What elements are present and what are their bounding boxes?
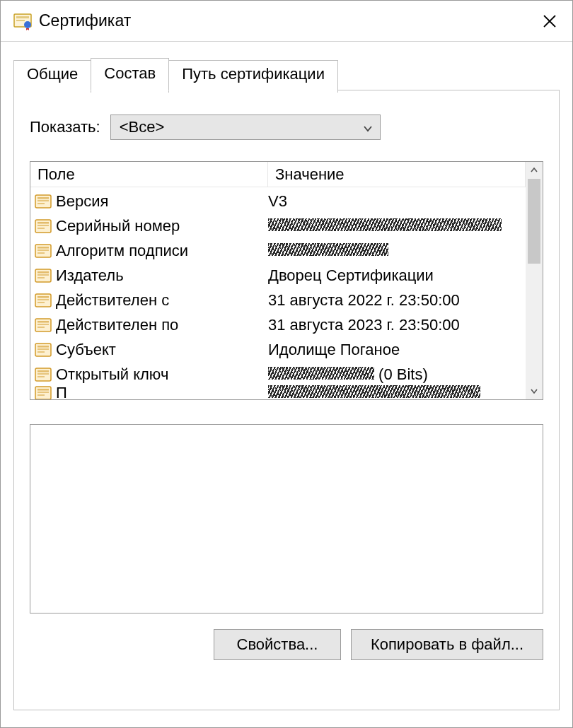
field-name-text: Открытый ключ: [56, 365, 168, 384]
svg-rect-17: [37, 252, 45, 254]
properties-button[interactable]: Свойства...: [214, 629, 341, 660]
redacted-value: [268, 218, 502, 231]
field-icon: [35, 342, 52, 358]
field-name-text: Издатель: [56, 266, 124, 285]
field-name-cell: П: [35, 384, 268, 399]
action-buttons: Свойства... Копировать в файл...: [30, 629, 543, 660]
field-name-text: Действителен с: [56, 291, 169, 310]
field-icon: [35, 268, 52, 283]
field-name-cell: Версия: [35, 192, 268, 211]
field-name-cell: Издатель: [35, 266, 268, 285]
field-row[interactable]: Действителен по31 августа 2023 г. 23:50:…: [30, 312, 526, 337]
column-header-value[interactable]: Значение: [268, 162, 526, 187]
svg-rect-28: [37, 324, 49, 325]
svg-rect-23: [37, 296, 49, 298]
field-value-suffix: (0 Bits): [374, 365, 428, 383]
field-name-text: Действителен по: [56, 316, 178, 334]
field-name-cell: Алгоритм подписи: [35, 242, 268, 260]
scroll-thumb[interactable]: [528, 179, 540, 264]
field-name-text: Версия: [56, 192, 108, 211]
field-row[interactable]: СубъектИдолище Поганое: [30, 337, 526, 362]
svg-rect-16: [37, 249, 49, 251]
chevron-down-icon: [363, 118, 373, 136]
field-value-cell: [268, 384, 526, 399]
certificate-icon: [13, 12, 32, 30]
svg-rect-20: [37, 274, 49, 276]
field-value-cell: Дворец Сертификации: [268, 266, 526, 285]
field-icon: [35, 243, 52, 259]
field-value-cell: V3: [268, 192, 526, 211]
field-icon: [35, 218, 52, 234]
tab-details[interactable]: Состав: [91, 58, 169, 90]
show-label: Показать:: [30, 118, 100, 136]
column-header-field[interactable]: Поле: [30, 162, 268, 187]
svg-rect-33: [37, 351, 45, 353]
svg-rect-40: [37, 392, 49, 393]
svg-rect-9: [37, 203, 45, 204]
field-icon: [35, 194, 52, 209]
svg-rect-2: [16, 20, 25, 21]
field-name-cell: Действителен с: [35, 291, 268, 310]
svg-rect-19: [37, 271, 49, 274]
tab-strip: Общие Состав Путь сертификации: [13, 57, 560, 90]
redacted-value: [268, 243, 388, 256]
field-icon: [35, 293, 52, 308]
window-title: Сертификат: [39, 11, 530, 30]
redacted-value: [268, 385, 480, 398]
titlebar: Сертификат: [1, 1, 572, 42]
field-row[interactable]: Алгоритм подписи: [30, 238, 526, 263]
svg-rect-13: [37, 228, 45, 229]
field-icon: [35, 367, 52, 382]
svg-rect-7: [37, 197, 49, 199]
field-name-text: Субъект: [56, 341, 116, 359]
redacted-value: [268, 367, 374, 380]
svg-rect-8: [37, 200, 49, 201]
svg-rect-39: [37, 389, 49, 391]
svg-rect-15: [37, 247, 49, 249]
svg-rect-27: [37, 321, 49, 323]
fields-header: Поле Значение: [30, 162, 526, 187]
copy-to-file-button[interactable]: Копировать в файл...: [351, 629, 543, 660]
field-row[interactable]: Серийный номер: [30, 213, 526, 238]
svg-rect-11: [37, 222, 49, 224]
svg-rect-21: [37, 277, 45, 278]
tab-certpath[interactable]: Путь сертификации: [168, 60, 338, 93]
scroll-up-button[interactable]: [527, 163, 541, 177]
field-row[interactable]: П: [30, 387, 526, 399]
field-row[interactable]: Действителен с31 августа 2022 г. 23:50:0…: [30, 288, 526, 312]
field-value-cell: Идолище Поганое: [268, 341, 526, 359]
fields-content: Поле Значение ВерсияV3 Серийный номер Ал…: [30, 162, 526, 399]
svg-rect-31: [37, 346, 49, 348]
field-value-cell: (0 Bits): [268, 365, 526, 384]
svg-rect-24: [37, 299, 49, 300]
combo-selected-text: <Все>: [120, 118, 165, 136]
field-icon: [35, 317, 52, 333]
svg-rect-37: [37, 376, 45, 377]
field-name-cell: Субъект: [35, 341, 268, 359]
svg-rect-12: [37, 225, 49, 226]
vertical-scrollbar[interactable]: [526, 162, 543, 399]
svg-rect-25: [37, 302, 45, 303]
fields-rows: ВерсияV3 Серийный номер Алгоритм подписи…: [30, 187, 526, 399]
scroll-down-button[interactable]: [527, 384, 541, 398]
tab-general[interactable]: Общие: [13, 60, 91, 93]
close-button[interactable]: [530, 5, 569, 37]
show-filter-combo[interactable]: <Все>: [110, 115, 381, 140]
close-icon: [543, 14, 557, 28]
dialog-body: Общие Состав Путь сертификации Показать:…: [1, 42, 572, 727]
svg-rect-29: [37, 327, 45, 328]
field-name-text: Алгоритм подписи: [56, 242, 188, 260]
svg-rect-41: [37, 394, 45, 396]
field-detail-textarea[interactable]: [30, 424, 543, 613]
svg-point-3: [24, 21, 31, 28]
fields-listview: Поле Значение ВерсияV3 Серийный номер Ал…: [30, 161, 543, 400]
field-row[interactable]: ИздательДворец Сертификации: [30, 263, 526, 288]
field-value-cell: [268, 217, 526, 235]
field-row[interactable]: Открытый ключ (0 Bits): [30, 362, 526, 387]
show-filter-row: Показать: <Все>: [30, 115, 543, 140]
field-icon: [35, 385, 52, 399]
field-value-cell: 31 августа 2023 г. 23:50:00: [268, 316, 526, 334]
svg-rect-35: [37, 370, 49, 372]
field-name-text: П: [56, 384, 67, 399]
field-row[interactable]: ВерсияV3: [30, 189, 526, 213]
